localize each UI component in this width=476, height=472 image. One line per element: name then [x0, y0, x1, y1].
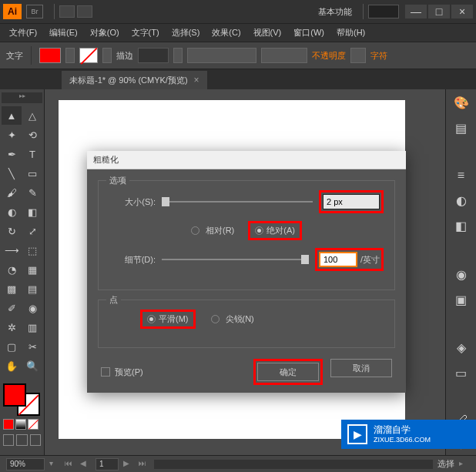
zoom-tool[interactable]: 🔍 — [22, 357, 42, 375]
swatches-panel-icon[interactable]: ▤ — [452, 121, 471, 136]
transparency-panel-icon[interactable]: ◧ — [452, 219, 471, 233]
rotate-tool[interactable]: ↻ — [2, 222, 22, 240]
stroke-dropdown[interactable] — [102, 48, 112, 63]
document-tab[interactable]: 未标题-1* @ 90% (CMYK/预览) × — [62, 71, 207, 89]
slice-tool[interactable]: ✂ — [22, 337, 42, 356]
draw-inside[interactable] — [30, 434, 41, 446]
eyedropper-tool[interactable]: ✐ — [2, 299, 22, 317]
direct-selection-tool[interactable]: △ — [22, 106, 42, 125]
scale-tool[interactable]: ⤢ — [22, 222, 42, 240]
menu-select[interactable]: 选择(S) — [166, 27, 206, 38]
fill-swatch[interactable] — [39, 48, 61, 63]
graph-tool[interactable]: ▥ — [22, 318, 42, 336]
close-button[interactable]: × — [451, 5, 473, 18]
zoom-input[interactable] — [6, 458, 45, 470]
blend-tool[interactable]: ◉ — [22, 299, 42, 317]
relative-radio[interactable] — [191, 226, 199, 235]
lasso-tool[interactable]: ⟲ — [22, 126, 42, 144]
detail-slider[interactable] — [162, 259, 309, 260]
style-preview[interactable] — [261, 48, 307, 63]
none-mode-swatch[interactable] — [28, 419, 39, 430]
width-tool[interactable]: ⟶ — [2, 241, 22, 259]
smooth-radio[interactable] — [147, 315, 156, 323]
last-artboard-button[interactable]: ⏭ — [139, 459, 149, 470]
preview-checkbox[interactable] — [101, 367, 110, 377]
menu-edit[interactable]: 编辑(E) — [43, 27, 84, 38]
status-menu[interactable]: ▸ — [459, 459, 470, 470]
next-artboard-button[interactable]: ▶ — [123, 459, 134, 470]
horizontal-scrollbar[interactable] — [154, 460, 433, 469]
layers-panel-icon[interactable]: ◈ — [452, 340, 471, 355]
detail-input[interactable] — [319, 252, 357, 267]
options-legend: 选项 — [106, 175, 129, 186]
ok-button[interactable]: 确定 — [257, 363, 319, 381]
size-slider[interactable] — [162, 201, 313, 203]
gradient-tool[interactable]: ▤ — [22, 280, 42, 298]
selection-tool[interactable]: ▲ — [2, 106, 22, 125]
menu-file[interactable]: 文件(F) — [3, 27, 43, 38]
draw-behind[interactable] — [16, 434, 27, 446]
corner-radio[interactable] — [211, 315, 220, 323]
fill-dropdown[interactable] — [65, 48, 75, 63]
title-bar: Ai Br 基本功能 — □ × — [0, 0, 476, 23]
symbol-sprayer-tool[interactable]: ✲ — [2, 318, 22, 336]
fill-color-box[interactable] — [3, 383, 26, 407]
free-transform-tool[interactable]: ⬚ — [22, 241, 42, 259]
brush-preview[interactable] — [187, 48, 256, 63]
graphic-styles-panel-icon[interactable]: ▣ — [452, 293, 471, 307]
appearance-panel-icon[interactable]: ◉ — [452, 267, 471, 282]
stroke-weight-input[interactable] — [138, 48, 169, 63]
arrange-docs-button[interactable] — [59, 5, 75, 18]
stroke-weight-dropdown[interactable] — [173, 48, 183, 63]
eraser-tool[interactable]: ◧ — [22, 203, 42, 221]
menu-text[interactable]: 文字(T) — [126, 27, 166, 38]
style-icon[interactable] — [350, 48, 366, 63]
zoom-dropdown[interactable]: ▾ — [49, 459, 60, 470]
pen-tool[interactable]: ✒ — [2, 145, 22, 163]
line-tool[interactable]: ╲ — [2, 164, 22, 182]
prev-artboard-button[interactable]: ◀ — [80, 459, 91, 470]
bridge-icon[interactable]: Br — [26, 5, 43, 18]
stroke-panel-icon[interactable]: ≡ — [452, 169, 471, 182]
opacity-label[interactable]: 不透明度 — [312, 50, 346, 62]
type-tool[interactable]: T — [22, 145, 42, 163]
minimize-button[interactable]: — — [405, 5, 427, 18]
artboard-tool[interactable]: ▢ — [2, 337, 22, 356]
character-label[interactable]: 字符 — [370, 50, 387, 62]
toolbox-collapse[interactable] — [2, 92, 42, 103]
size-input[interactable] — [323, 194, 380, 209]
arrange-docs-dropdown[interactable] — [77, 5, 92, 18]
artboard-number-input[interactable] — [96, 458, 119, 470]
stroke-swatch[interactable] — [79, 48, 98, 63]
color-panel-icon[interactable]: 🎨 — [452, 95, 471, 110]
menu-effect[interactable]: 效果(C) — [206, 27, 246, 38]
maximize-button[interactable]: □ — [428, 5, 450, 18]
draw-normal[interactable] — [3, 434, 14, 446]
magic-wand-tool[interactable]: ✦ — [2, 126, 22, 144]
artboards-panel-icon[interactable]: ▭ — [452, 366, 471, 380]
search-input[interactable] — [368, 5, 399, 18]
menu-window[interactable]: 窗口(W) — [287, 27, 330, 38]
color-mode-swatch[interactable] — [3, 419, 14, 430]
fill-stroke-picker[interactable] — [3, 383, 40, 416]
gradient-mode-swatch[interactable] — [15, 419, 26, 430]
detail-unit: /英寸 — [360, 254, 380, 266]
absolute-radio[interactable] — [255, 226, 263, 235]
shape-builder-tool[interactable]: ◔ — [2, 260, 22, 279]
rectangle-tool[interactable]: ▭ — [22, 164, 42, 182]
document-tab-bar: 未标题-1* @ 90% (CMYK/预览) × — [0, 69, 476, 89]
gradient-panel-icon[interactable]: ◐ — [452, 193, 471, 208]
hand-tool[interactable]: ✋ — [2, 357, 22, 375]
menu-object[interactable]: 对象(O) — [84, 27, 126, 38]
blob-brush-tool[interactable]: ◐ — [2, 203, 22, 221]
pencil-tool[interactable]: ✎ — [22, 183, 42, 202]
paintbrush-tool[interactable]: 🖌 — [2, 183, 22, 202]
menu-help[interactable]: 帮助(H) — [330, 27, 371, 38]
cancel-button[interactable]: 取消 — [330, 359, 392, 377]
document-tab-close[interactable]: × — [194, 75, 199, 85]
workspace-label[interactable]: 基本功能 — [318, 6, 352, 18]
mesh-tool[interactable]: ▩ — [2, 280, 22, 298]
perspective-tool[interactable]: ▦ — [22, 260, 42, 279]
first-artboard-button[interactable]: ⏮ — [65, 459, 75, 470]
menu-view[interactable]: 视图(V) — [247, 27, 288, 38]
